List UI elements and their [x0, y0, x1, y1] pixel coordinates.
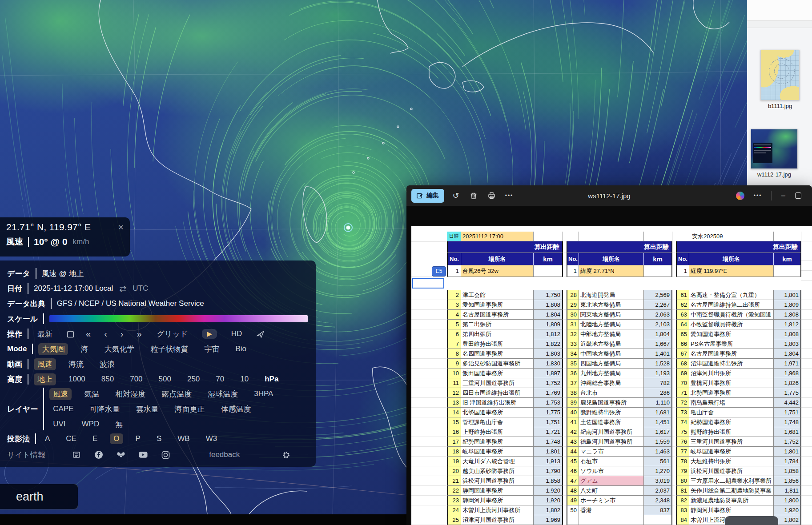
copilot-icon[interactable]	[736, 192, 744, 200]
sheet-cell: 紀勢国道事務所	[461, 437, 534, 447]
layer-3[interactable]: 露点温度	[158, 388, 195, 400]
height-2[interactable]: 850	[98, 374, 117, 385]
sheet-cell: 1,812	[774, 320, 801, 329]
projection-5[interactable]: S	[153, 433, 165, 444]
my-location-icon[interactable]	[256, 330, 265, 338]
height-5[interactable]: 250	[184, 374, 203, 385]
sheet-cell: 名古屋国道維持第二出張所	[689, 300, 774, 310]
layer-5[interactable]: 3HPA	[250, 389, 277, 399]
mode-0[interactable]: 大気圏	[38, 343, 68, 355]
sheet-cell: 33	[567, 339, 579, 349]
file-thumbnail-b1111[interactable]: b1111.jpg	[760, 50, 800, 100]
file-name: b1111.jpg	[768, 103, 792, 109]
edit-button[interactable]: 編集	[411, 189, 444, 203]
height-4[interactable]: 500	[155, 374, 175, 385]
file-thumbnail-w1112-17[interactable]: w1112-17.jpg	[751, 129, 798, 169]
animation-label: 動画	[7, 359, 22, 369]
play-button[interactable]: ▶	[202, 329, 217, 339]
minimize-button[interactable]: –	[779, 192, 788, 200]
nav-step-1[interactable]: ‹	[103, 329, 108, 339]
animation-2[interactable]: 波浪	[96, 358, 118, 370]
butterfly-icon[interactable]	[117, 450, 125, 459]
layer3-0[interactable]: UVI	[49, 419, 69, 429]
sheet-cell: 大垣維持出張所	[689, 457, 774, 466]
layer-2[interactable]: 相対湿度	[112, 388, 149, 400]
height-1[interactable]: 1000	[65, 374, 89, 385]
height-7[interactable]: 10	[237, 374, 252, 385]
screen: 21.71° N, 119.97° E × 風速 10° @ 0 km/h デー…	[0, 0, 812, 525]
earth-menu-button[interactable]: earth	[0, 484, 78, 509]
color-scale-bar[interactable]	[49, 315, 308, 322]
projection-4[interactable]: P	[132, 433, 144, 444]
mode-1[interactable]: 海	[77, 343, 92, 355]
projection-6[interactable]: WB	[174, 433, 193, 444]
height-3[interactable]: 700	[126, 374, 146, 385]
nav-step-2[interactable]: ›	[120, 329, 125, 339]
mode-4[interactable]: 宇宙	[201, 343, 223, 355]
layer2-0[interactable]: CAPE	[49, 404, 77, 414]
mode-3[interactable]: 粒子状物質	[147, 343, 192, 355]
latest-button[interactable]: 最新	[34, 328, 56, 340]
nav-step-0[interactable]: «	[85, 329, 92, 339]
sheet-cell: 三方原用水二期農業水利事業所	[689, 476, 774, 486]
grid-toggle[interactable]: グリッド	[153, 328, 192, 340]
sheet-cell: 1,858	[534, 476, 563, 486]
sheet-cell: 25	[447, 515, 461, 525]
layer2-3[interactable]: 海面更正	[171, 403, 209, 415]
mode-2[interactable]: 大気化学	[100, 343, 138, 355]
instagram-icon[interactable]	[161, 450, 170, 459]
youtube-icon[interactable]	[139, 450, 148, 459]
sheet-cell: 名高速・整備分室（九重）	[689, 290, 774, 300]
layer2-4[interactable]: 体感温度	[217, 403, 255, 415]
print-icon[interactable]	[485, 189, 498, 202]
layer3-1[interactable]: WPD	[78, 419, 103, 429]
animation-0[interactable]: 風速	[34, 358, 56, 370]
maximize-button[interactable]	[795, 192, 801, 199]
sheet-cell: 31	[567, 320, 579, 329]
projection-2[interactable]: E	[89, 433, 101, 444]
projection-7[interactable]: W3	[202, 433, 221, 444]
layer2-2[interactable]: 雲水量	[133, 403, 162, 415]
height-0[interactable]: 地上	[34, 373, 56, 385]
mode-5[interactable]: Bio	[232, 344, 250, 354]
sheet-cell	[644, 515, 672, 525]
news-icon[interactable]	[72, 450, 81, 459]
hd-toggle[interactable]: HD	[228, 329, 246, 339]
gear-icon[interactable]	[281, 450, 290, 459]
local-utc-swap-icon[interactable]: ⇄	[119, 284, 126, 294]
projection-1[interactable]: CE	[62, 433, 80, 444]
sheet-cell: 熊野維持出張所	[579, 408, 644, 417]
animation-1[interactable]: 海流	[65, 358, 87, 370]
projection-3[interactable]: O	[110, 433, 123, 444]
sheet-cell: 63	[676, 310, 689, 320]
delete-icon[interactable]	[467, 189, 480, 202]
sheet-header-km: km	[774, 253, 801, 265]
nav-step-3[interactable]: »	[136, 329, 142, 339]
calendar-icon[interactable]	[67, 330, 74, 338]
facebook-icon[interactable]	[94, 450, 103, 459]
projection-0[interactable]: A	[41, 433, 53, 444]
rotate-icon[interactable]: ↺	[450, 189, 462, 202]
layer3-2[interactable]: 無	[112, 418, 126, 430]
sheet-cell: 緯度 27.71°N	[579, 265, 644, 277]
sheet-cell: 74	[676, 417, 689, 427]
layer2-1[interactable]: 可降水量	[86, 403, 124, 415]
utc-toggle[interactable]: UTC	[133, 284, 148, 293]
zoom-control-pill[interactable]	[725, 516, 778, 525]
layer-1[interactable]: 気温	[80, 388, 103, 400]
sheet-cell: 静岡河川事務所	[461, 496, 534, 505]
layer-4[interactable]: 湿球温度	[204, 388, 241, 400]
overflow-menu-icon[interactable]: •••	[752, 189, 764, 202]
height-6[interactable]: 70	[212, 374, 228, 385]
sheet-cell: 1,968	[774, 369, 801, 378]
close-icon[interactable]: ×	[117, 222, 125, 232]
sheet-cell: 2,348	[644, 496, 672, 505]
more-options-icon[interactable]: •••	[503, 189, 515, 202]
feedback-link[interactable]: feedback	[209, 450, 240, 459]
site-info-link[interactable]: サイト情報	[7, 450, 45, 460]
sheet-cell: 34	[567, 349, 579, 359]
sheet-cell: 1,721	[534, 427, 563, 437]
sheet-cell: 1,617	[644, 427, 672, 437]
sheet-cell: 1,808	[774, 310, 801, 320]
layer-0[interactable]: 風速	[49, 388, 72, 400]
